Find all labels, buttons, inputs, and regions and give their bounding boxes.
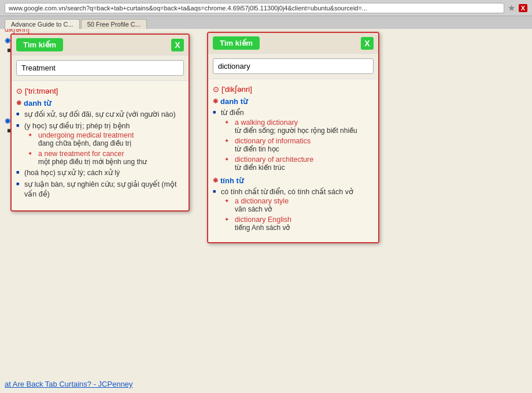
widget2-tinh-tu: ❋ tính từ có tính chất từ điển, có tính … xyxy=(213,176,374,232)
star-icon: ★ xyxy=(508,3,515,13)
widget2-entry-2: có tính chất từ điển, có tính chất sách … xyxy=(213,187,374,232)
ext-icon: X xyxy=(519,4,527,12)
widget-treatment: Tìm kiếm X ⊙ ['tri:tmənt] ❋ danh từ sự đ… xyxy=(10,34,190,212)
widget1-ex-1: undergoing medical treatment đang chữa b… xyxy=(28,131,184,147)
widget2-search-input[interactable] xyxy=(213,58,374,74)
widget1-entry-2: (y học) sự điều trị; phép trị bệnh under… xyxy=(16,121,184,166)
phonetic-icon: ⊙ xyxy=(16,87,23,95)
widget2-search-row xyxy=(208,54,378,79)
url-bar[interactable]: www.google.com.vn/search?q=back+tab+curt… xyxy=(5,3,504,13)
widget2-ex-4: a dictionary style văn sách vở xyxy=(224,197,374,213)
pos2-icon: ❋ xyxy=(213,98,218,105)
widget1-body: ⊙ ['tri:tmənt] ❋ danh từ sự đối xử, sự đ… xyxy=(12,81,189,210)
widget2-body: ⊙ ['dikʃənri] ❋ danh từ từ điển a walkin… xyxy=(208,79,378,242)
pos3-icon: ❋ xyxy=(213,177,218,184)
phonetic2-icon: ⊙ xyxy=(213,85,219,94)
widget2-ex-5: dictionary English tiếng Anh sách vở xyxy=(224,216,374,232)
widget2-phonetic: ⊙ ['dikʃənri] xyxy=(213,85,374,94)
widget-dictionary: Tìm kiếm X ⊙ ['dikʃənri] ❋ danh từ từ đi… xyxy=(207,32,379,243)
widget1-ex-2: a new treatment for cancer một phép điều… xyxy=(28,150,184,166)
widget2-examples-1: a walking dictionary từ điển sống; người… xyxy=(221,118,374,172)
widget1-examples-2: undergoing medical treatment đang chữa b… xyxy=(24,131,184,166)
widget1-header: Tìm kiếm X xyxy=(12,35,189,55)
tab-1[interactable]: Advance Guide to C... xyxy=(5,19,80,29)
widget2-ex-3: dictionary of architecture từ điển kiến … xyxy=(224,155,374,172)
page-link[interactable]: at Are Back Tab Curtains? - JCPenney xyxy=(5,380,133,388)
widget1-close-btn[interactable]: X xyxy=(171,39,184,51)
widget1-entry-1: sự đối xử, sự đối đãi, sự cư xử (với ngư… xyxy=(16,110,184,120)
widget1-entry-4: sự luận bàn, sự nghiên cứu; sự giải quyế… xyxy=(16,180,184,200)
pos-icon: ❋ xyxy=(16,99,21,107)
widget2-header: Tìm kiếm X xyxy=(208,33,378,54)
widget2-close-btn[interactable]: X xyxy=(361,37,374,50)
widget1-pos-section: ❋ danh từ sự đối xử, sự đối đãi, sự cư x… xyxy=(16,99,184,200)
widget2-pos1-label: ❋ danh từ xyxy=(213,97,374,106)
widget2-ex-1: a walking dictionary từ điển sống; người… xyxy=(224,118,374,135)
widget1-phonetic: ⊙ ['tri:tmənt] xyxy=(16,87,184,95)
tab-2[interactable]: 50 Free Profile C... xyxy=(81,19,147,29)
widget1-search-btn[interactable]: Tìm kiếm xyxy=(16,38,63,51)
widget1-search-row xyxy=(12,55,189,81)
widget1-pos-label: ❋ danh từ xyxy=(16,99,184,107)
widget2-ex-2: dictionary of informatics từ điển tin họ… xyxy=(224,137,374,153)
widget2-pos2-label: ❋ tính từ xyxy=(213,176,374,185)
widget2-danh-tu: ❋ danh từ từ điển a walking dictionary t… xyxy=(213,97,374,172)
widget2-search-btn[interactable]: Tìm kiếm xyxy=(213,36,260,50)
widget1-entry-3: (hoá học) sự xử lý; cách xử lý xyxy=(16,168,184,179)
widget1-search-input[interactable] xyxy=(16,60,184,76)
widget2-entry-1: từ điển a walking dictionary từ điển sốn… xyxy=(213,108,374,172)
widget2-examples-2: a dictionary style văn sách vở dictionar… xyxy=(221,197,374,232)
